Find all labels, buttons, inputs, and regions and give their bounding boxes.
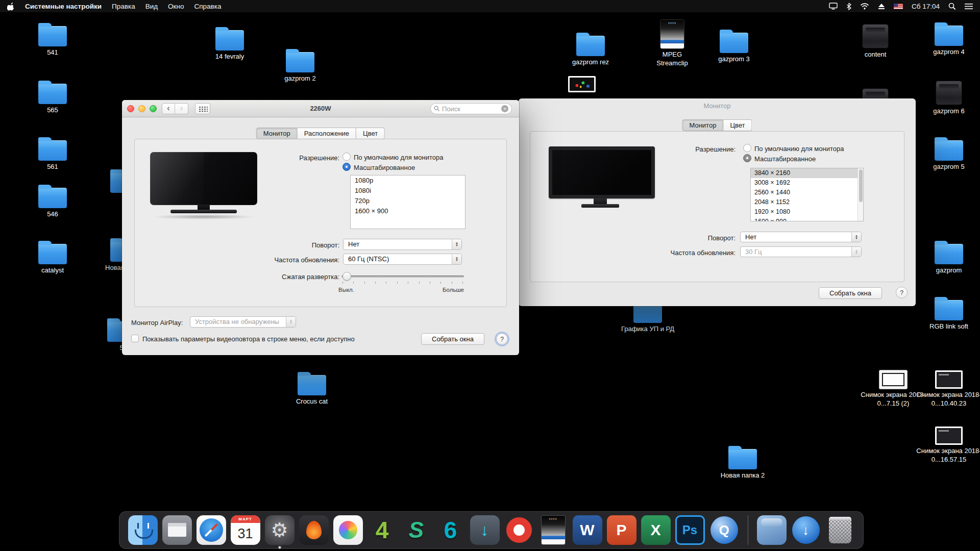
dock-applications-folder-icon[interactable] [757,515,787,545]
display-status-icon[interactable] [829,3,838,10]
dock-photoshop-icon[interactable]: Ps [675,515,705,545]
search-input[interactable] [442,105,499,113]
desktop-icon-folder-541[interactable]: 541 [19,22,86,57]
underscan-slider-knob[interactable] [342,272,351,281]
dock-orange-app-icon[interactable] [299,515,329,545]
tab-monitor[interactable]: Монитор [256,128,298,139]
radio-default-resolution[interactable] [743,144,751,152]
desktop-icon-folder-catalyst[interactable]: catalyst [19,240,86,275]
tab-color[interactable]: Цвет [356,128,385,139]
menu-help[interactable]: Справка [194,3,221,10]
menu-edit[interactable]: Правка [112,3,135,10]
title-bar[interactable]: 2260W [122,100,519,117]
zoom-button[interactable] [150,105,157,112]
dock-trash-icon[interactable] [825,515,855,545]
radio-scaled-resolution[interactable] [743,154,751,162]
dock-powerpoint-icon[interactable]: P [607,515,636,545]
resolution-option[interactable]: 3008 × 1692 [751,178,863,188]
dock-finder-icon[interactable] [128,515,158,545]
dock-word-icon[interactable]: W [573,515,602,545]
desktop-icon-screenshot-3[interactable]: Снимок экрана 2018-0...16.57.15 [916,422,980,464]
menu-window[interactable]: Окно [168,3,184,10]
tab-arrangement[interactable]: Расположение [298,128,356,139]
resolution-option[interactable]: 2560 × 1440 [751,188,863,197]
minimize-button[interactable] [138,105,145,112]
dock-red-circle-app-icon[interactable] [504,515,534,545]
dock-safari-icon[interactable] [197,515,226,545]
desktop-icon-folder-gazprom-5[interactable]: gazprom 5 [916,136,980,171]
dock-utility-app-icon[interactable] [162,515,192,545]
refresh-rate-popup[interactable]: 60 Гц (NTSC) [343,254,462,265]
dock-photos-app-icon[interactable] [333,515,363,545]
close-button[interactable] [127,105,134,112]
radio-default-resolution[interactable] [342,153,351,161]
desktop-icon-folder-crocus-cat[interactable]: Crocus cat [279,371,345,406]
radio-scaled-resolution[interactable] [342,163,351,171]
show-mirroring-checkbox[interactable] [131,335,139,342]
resolution-option[interactable]: 1080i [351,186,465,196]
desktop-icon-folder-561[interactable]: 561 [19,136,86,171]
dock-excel-icon[interactable]: X [641,515,671,545]
menu-bar-clock[interactable]: Сб 17:04 [912,3,940,10]
dock-calendar-icon[interactable]: МАРТ 31 [231,515,260,545]
search-clear-icon[interactable] [501,105,508,112]
menu-app-name[interactable]: Системные настройки [25,3,102,10]
refresh-rate-popup[interactable]: 30 Гц [740,246,862,257]
slider-track[interactable] [341,276,464,278]
back-button[interactable] [162,103,175,114]
desktop-icon-folder-gazprom-rez[interactable]: gazprom rez [557,32,624,67]
desktop-icon-folder-rgb-link-soft[interactable]: RGB link soft [916,296,980,331]
dock-downloader-app-icon[interactable]: ↓ [470,515,500,545]
dock-teal-6-app-icon[interactable]: 6 [436,515,465,545]
desktop-icon-folder-14-fevraly[interactable]: 14 fevraly [197,26,263,61]
airplay-popup[interactable]: Устройства не обнаружены [190,316,296,328]
spotlight-icon[interactable] [948,3,956,10]
eject-icon[interactable] [878,3,885,10]
dock-system-preferences-icon[interactable]: ⚙ [265,515,295,545]
dock-downloads-folder-icon[interactable]: ↓ [791,515,821,545]
notification-center-icon[interactable] [965,3,973,10]
dock-green-s-app-icon[interactable]: S [402,515,431,545]
desktop-icon-drive-gazprom-6[interactable]: gazprom 6 [916,80,980,116]
resolution-option[interactable]: 980 × 551 [751,207,863,217]
desktop-icon-folder-gazprom[interactable]: gazprom [916,240,980,275]
search-field[interactable] [430,103,512,114]
desktop-icon-folder-gazprom-3[interactable]: gazprom 3 [701,29,767,64]
rotation-popup[interactable]: Нет [740,232,862,242]
dock-quicktime-icon[interactable]: Q [709,515,739,545]
menu-view[interactable]: Вид [145,3,158,10]
rotation-label: Поворот: [635,234,736,242]
desktop-icon-folder-gazprom-4[interactable]: gazprom 4 [916,21,980,57]
dock-green-4-app-icon[interactable]: 4 [368,515,397,545]
show-all-preferences-button[interactable] [195,103,210,114]
desktop-icon-image-file[interactable] [549,70,615,92]
resolution-option[interactable]: 3840 × 2160 [751,168,863,178]
resolution-option[interactable]: 2048 × 1152 [751,197,863,207]
resolution-option[interactable]: 1600 × 900 [751,217,863,221]
resolution-option[interactable]: 1600 × 900 [351,206,465,216]
desktop-icon-screenshot-2[interactable]: Снимок экрана 2018-0...10.40.23 [916,366,980,408]
keyboard-layout-flag-icon[interactable] [894,4,903,9]
list-scrollbar[interactable] [857,168,863,221]
desktop-icon-drive-content[interactable]: content [842,23,909,59]
help-button[interactable]: ? [496,333,508,345]
forward-button[interactable] [175,103,188,114]
wifi-icon[interactable] [860,3,869,10]
gather-windows-button[interactable]: Собрать окна [421,333,484,345]
help-button[interactable]: ? [896,287,908,298]
gather-windows-button[interactable]: Собрать окна [819,287,882,299]
resolution-option[interactable]: 720p [351,196,465,206]
resolution-option[interactable]: 1080p [351,176,465,186]
desktop-icon-folder-565[interactable]: 565 [19,80,86,115]
desktop-icon-folder-546[interactable]: 546 [19,184,86,219]
bluetooth-icon[interactable] [846,3,851,10]
dock-mpeg-streamclip-icon[interactable] [538,515,568,545]
desktop-icon-folder-novaya-papka-2[interactable]: Новая папка 2 [709,445,776,480]
rotation-popup[interactable]: Нет [343,239,462,250]
apple-menu-icon[interactable] [7,2,15,11]
tab-monitor[interactable]: Монитор [682,119,723,131]
desktop-icon-mpeg-streamclip[interactable]: MPEG Streamclip [639,20,705,68]
tab-color[interactable]: Цвет [723,119,752,131]
scrollbar-thumb[interactable] [859,169,863,202]
desktop-icon-folder-gazprom-2[interactable]: gazprom 2 [267,48,333,83]
